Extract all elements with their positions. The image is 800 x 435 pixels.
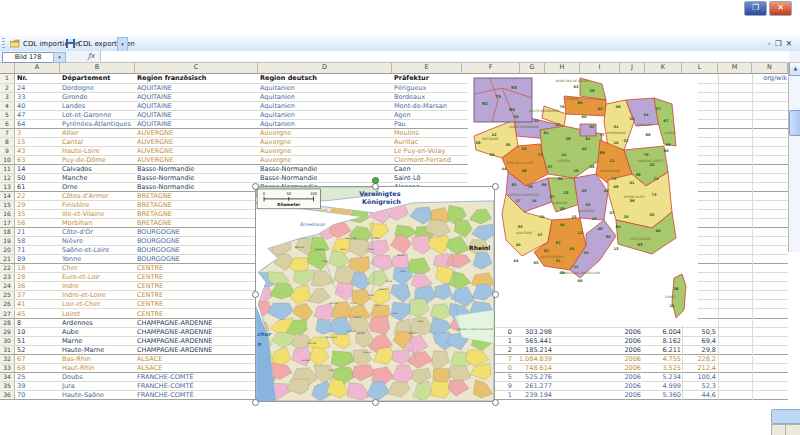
cell-nr[interactable]: 8	[17, 319, 59, 327]
restore-window-button[interactable]: ❐	[744, 1, 767, 16]
cell-departement[interactable]: Gironde	[62, 93, 135, 101]
cell-departement[interactable]: Eure-et-Loir	[62, 273, 135, 281]
row-header-12[interactable]: 12	[0, 174, 15, 182]
cell-region-de[interactable]: Aquitanien	[260, 111, 390, 119]
column-header-M[interactable]: M	[718, 62, 752, 74]
row-header-30[interactable]: 30	[0, 337, 15, 345]
cell-nr[interactable]: 52	[17, 346, 59, 354]
cell-flaeche[interactable]: 4.999	[641, 382, 681, 390]
row-header-32[interactable]: 32	[0, 355, 15, 363]
cell-nr[interactable]: 3	[17, 129, 59, 137]
cell-departement[interactable]: Indre	[62, 282, 135, 290]
row-header-14[interactable]: 14	[0, 192, 15, 200]
cell-departement[interactable]: Haut-Rhin	[62, 364, 135, 372]
cell-region-fr[interactable]: Basse-Normandie	[137, 165, 255, 173]
row-header-4[interactable]: 4	[0, 102, 15, 110]
scroll-up-arrow[interactable]: ▲	[789, 62, 800, 76]
resize-handle[interactable]	[492, 183, 499, 190]
resize-handle[interactable]	[252, 291, 259, 298]
row-header-1[interactable]: 1	[0, 74, 15, 83]
column-header-N[interactable]: N	[752, 62, 788, 74]
cell-region-de[interactable]: Auvergne	[260, 138, 390, 146]
cell-nr[interactable]: 64	[17, 120, 59, 128]
cell-nr[interactable]: 21	[17, 228, 59, 236]
cell-praefektur[interactable]: Moulins	[394, 129, 460, 137]
column-header-C[interactable]: C	[135, 62, 258, 74]
cell-region-de[interactable]: Auvergne	[260, 156, 390, 164]
row-header-36[interactable]: 36	[0, 391, 15, 399]
cell-nr[interactable]: 89	[17, 255, 59, 263]
cell-departement[interactable]: Haute-Loire	[62, 147, 135, 155]
resize-handle[interactable]	[372, 399, 379, 406]
cell-flaeche[interactable]: 6.004	[641, 328, 681, 336]
row-header-35[interactable]: 35	[0, 382, 15, 390]
cell-departement[interactable]: Yonne	[62, 255, 135, 263]
cell-nr[interactable]: 40	[17, 102, 59, 110]
france-regions-map-image[interactable]: 93759294 NORD-PAS-DE-CALAISPICARDIEHAUTE…	[468, 74, 698, 325]
cell-region-fr[interactable]: Basse-Normandie	[137, 174, 255, 182]
sheet-tab-fragment[interactable]	[771, 424, 800, 435]
cell-praefektur[interactable]: Agen	[394, 111, 460, 119]
cell-flaeche[interactable]: 5.234	[641, 373, 681, 381]
cell-region-fr[interactable]: ALSACE	[137, 355, 255, 363]
cell-region-fr[interactable]: CENTRE	[137, 273, 255, 281]
vertical-scroll-thumb[interactable]	[789, 110, 800, 136]
cell-praefektur[interactable]: Aurillac	[394, 138, 460, 146]
cell-departement[interactable]: Saône-et-Loire	[62, 246, 135, 254]
cell-jahr[interactable]: 2006	[601, 337, 641, 345]
column-header-K[interactable]: K	[645, 62, 682, 74]
france-departments-map-image[interactable]: SommeSeine-Mar.CalvadosMancheOrneEureOis…	[255, 186, 495, 402]
cell-departement[interactable]: Cher	[62, 264, 135, 272]
cell-region-fr[interactable]: BRETAGNE	[137, 210, 255, 218]
cell-departement[interactable]: Ardennes	[62, 319, 135, 327]
row-header-8[interactable]: 8	[0, 138, 15, 146]
row-header-22[interactable]: 22	[0, 264, 15, 272]
cell-region-fr[interactable]: AQUITAINE	[137, 120, 255, 128]
resize-handle[interactable]	[372, 183, 379, 190]
cell-flaeche[interactable]: 6.211	[641, 346, 681, 354]
cell-departement[interactable]: Ille-et-Vilaine	[62, 210, 135, 218]
row-header-16[interactable]: 16	[0, 210, 15, 218]
cell-jahr[interactable]: 2006	[601, 391, 641, 399]
cell-nr[interactable]: 15	[17, 138, 59, 146]
cell-nr[interactable]: 35	[17, 210, 59, 218]
cell-departement[interactable]: Pyrénées-Atlantiques	[62, 120, 135, 128]
cell-departement[interactable]: Morbihan	[62, 219, 135, 227]
formula-input[interactable]	[100, 51, 789, 61]
cell-departement[interactable]: Haute-Saône	[62, 391, 135, 399]
cell-nr[interactable]: 68	[17, 364, 59, 372]
cell-region-fr[interactable]: FRANCHE-COMTÉ	[137, 382, 255, 390]
row-header-10[interactable]: 10	[0, 156, 15, 164]
cell-praefektur[interactable]: Périgueux	[394, 84, 460, 92]
cell-departement[interactable]: Côte-d'Or	[62, 228, 135, 236]
cell-nr[interactable]: 18	[17, 264, 59, 272]
row-header-9[interactable]: 9	[0, 147, 15, 155]
name-box-dropdown[interactable]: ▾	[53, 52, 66, 63]
row-header-3[interactable]: 3	[0, 93, 15, 101]
row-header-28[interactable]: 28	[0, 319, 15, 327]
cell-praefektur[interactable]: Pau	[394, 120, 460, 128]
cell-region-fr[interactable]: BOURGOGNE	[137, 255, 255, 263]
cell-departement[interactable]: Haute-Marne	[62, 346, 135, 354]
cell-nr[interactable]: 41	[17, 300, 59, 308]
cell-region-fr[interactable]: FRANCHE-COMTÉ	[137, 391, 255, 399]
cell-region-fr[interactable]: AQUITAINE	[137, 84, 255, 92]
cell-departement[interactable]: Orne	[62, 183, 135, 191]
row-header-15[interactable]: 15	[0, 201, 15, 209]
resize-handle[interactable]	[492, 291, 499, 298]
select-all-corner[interactable]	[0, 62, 15, 74]
cell-departement[interactable]: Puy-de-Dôme	[62, 156, 135, 164]
cell-region-fr[interactable]: AUVERGNE	[137, 138, 255, 146]
cell-nr[interactable]: 47	[17, 111, 59, 119]
cell-nr[interactable]: 58	[17, 237, 59, 245]
name-box[interactable]: Bild 178	[2, 52, 54, 63]
cell-flaeche[interactable]: 8.162	[641, 337, 681, 345]
row-header-24[interactable]: 24	[0, 282, 15, 290]
row-header-23[interactable]: 23	[0, 273, 15, 281]
cell-praefektur[interactable]: Saint-Lô	[394, 174, 460, 182]
cell-region-fr[interactable]: AQUITAINE	[137, 102, 255, 110]
cell-departement[interactable]: Doubs	[62, 373, 135, 381]
cell-departement[interactable]: Calvados	[62, 165, 135, 173]
cell-nr[interactable]: 43	[17, 147, 59, 155]
cell-nr[interactable]: 28	[17, 273, 59, 281]
